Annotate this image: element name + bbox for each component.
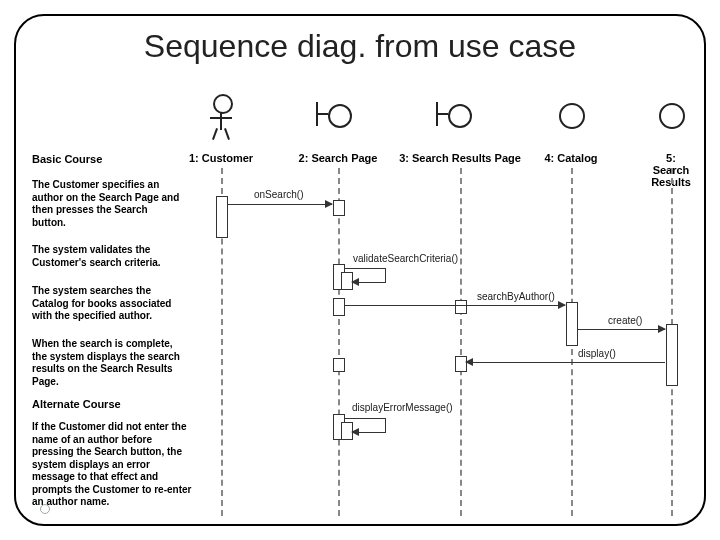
message-arrow	[344, 268, 386, 269]
message-label: create()	[608, 315, 642, 326]
activation-bar	[333, 200, 345, 216]
slide: Sequence diag. from use case 1: Customer…	[0, 0, 720, 540]
message-label: displayErrorMessage()	[352, 402, 453, 413]
slide-title: Sequence diag. from use case	[50, 28, 670, 65]
message-arrow	[344, 418, 386, 419]
alternate-course-step: If the Customer did not enter the name o…	[32, 421, 192, 509]
lifeline-label-resultspage: 3: Search Results Page	[399, 152, 521, 164]
actor-icon	[213, 94, 233, 114]
circle-icon	[559, 103, 585, 129]
basic-course-step: The system searches the Catalog for book…	[32, 285, 182, 323]
activation-bar	[566, 302, 578, 346]
message-arrow	[466, 362, 665, 363]
basic-course-heading: Basic Course	[32, 153, 102, 165]
message-arrow-vertical	[385, 268, 386, 282]
lifeline	[460, 168, 462, 516]
basic-course-step: The system validates the Customer's sear…	[32, 244, 182, 269]
boundary-icon	[328, 104, 352, 128]
lifeline-label-customer: 1: Customer	[189, 152, 253, 164]
activation-bar	[455, 300, 467, 314]
basic-course-step: The Customer specifies an author on the …	[32, 179, 182, 229]
basic-course-step: When the search is complete, the system …	[32, 338, 182, 388]
actor-body-line	[220, 112, 222, 130]
message-arrow	[344, 305, 565, 306]
activation-bar	[666, 324, 678, 386]
activation-bar	[333, 358, 345, 372]
activation-bar	[216, 196, 228, 238]
bullet-icon	[40, 504, 50, 514]
message-arrow	[577, 329, 665, 330]
message-arrow	[227, 204, 332, 205]
lifeline-label-catalog: 4: Catalog	[544, 152, 597, 164]
message-arrow	[352, 282, 386, 283]
message-label: onSearch()	[254, 189, 303, 200]
actor-arms-line	[210, 117, 232, 119]
activation-bar	[333, 298, 345, 316]
message-label: display()	[578, 348, 616, 359]
lifeline-label-searchpage: 2: Search Page	[299, 152, 378, 164]
message-label: searchByAuthor()	[477, 291, 555, 302]
boundary-connector-icon	[438, 113, 448, 115]
message-arrow-vertical	[385, 418, 386, 432]
boundary-icon	[448, 104, 472, 128]
message-label: validateSearchCriteria()	[353, 253, 458, 264]
message-arrow	[352, 432, 386, 433]
boundary-connector-icon	[318, 113, 328, 115]
alternate-course-heading: Alternate Course	[32, 398, 121, 410]
circle-icon	[659, 103, 685, 129]
lifeline	[338, 168, 340, 516]
